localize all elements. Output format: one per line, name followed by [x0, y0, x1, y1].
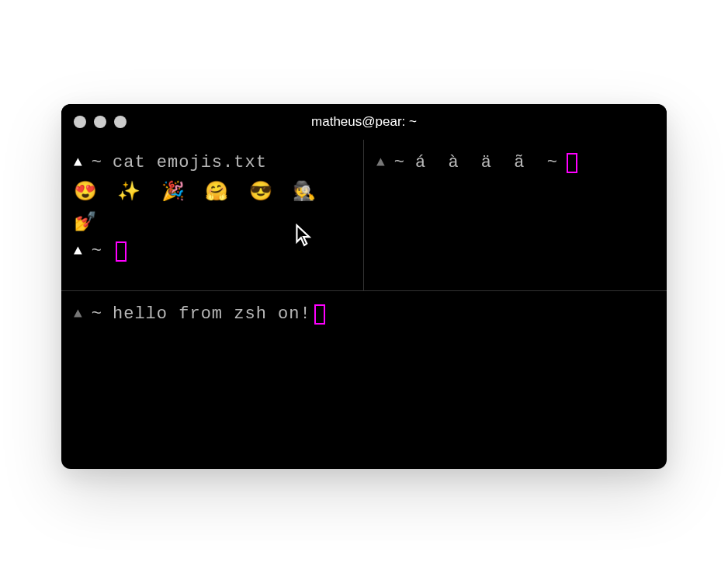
hello-text: hello from zsh on [113, 300, 300, 328]
pane-bottom[interactable]: ▲ ~ hello from zsh on ! [61, 291, 667, 469]
window-title: matheus@pear: ~ [311, 114, 417, 130]
terminal-cursor [314, 304, 325, 325]
command-text: cat emojis.txt [113, 149, 267, 176]
maximize-button[interactable] [114, 116, 127, 128]
prompt-path: ~ [92, 149, 102, 176]
prompt-path: ~ [92, 238, 102, 265]
terminal-window: matheus@pear: ~ ▲ ~ cat emojis.txt 😍 ✨ 🎉… [61, 104, 667, 469]
terminal-cursor [116, 241, 127, 262]
command-line: ▲ ~ cat emojis.txt [74, 149, 351, 176]
prompt-triangle-icon: ▲ [74, 240, 82, 262]
command-line: ▲ ~ hello from zsh on ! [74, 300, 654, 328]
pane-container: ▲ ~ cat emojis.txt 😍 ✨ 🎉 🤗 😎 🕵️ 💅 ▲ ~ ▲ … [61, 140, 667, 469]
terminal-cursor [567, 153, 577, 173]
prompt-path: ~ [394, 149, 404, 176]
prompt-path: ~ [92, 300, 102, 328]
close-button[interactable] [74, 116, 86, 128]
minimize-button[interactable] [94, 116, 106, 128]
pane-top-left[interactable]: ▲ ~ cat emojis.txt 😍 ✨ 🎉 🤗 😎 🕵️ 💅 ▲ ~ [61, 140, 364, 291]
prompt-triangle-icon: ▲ [74, 303, 82, 325]
accent-text: á à ä ã ~ [415, 149, 563, 176]
emoji-output: 😍 ✨ 🎉 🤗 😎 🕵️ 💅 [74, 178, 351, 238]
prompt-triangle-icon: ▲ [376, 151, 385, 174]
prompt-line: ▲ ~ [74, 238, 351, 265]
command-line: ▲ ~ á à ä ã ~ [376, 149, 654, 176]
titlebar[interactable]: matheus@pear: ~ [61, 104, 667, 140]
pane-top-right[interactable]: ▲ ~ á à ä ã ~ [364, 140, 667, 291]
window-controls [74, 116, 127, 128]
prompt-triangle-icon: ▲ [74, 151, 82, 174]
exclaim-text: ! [300, 300, 310, 328]
